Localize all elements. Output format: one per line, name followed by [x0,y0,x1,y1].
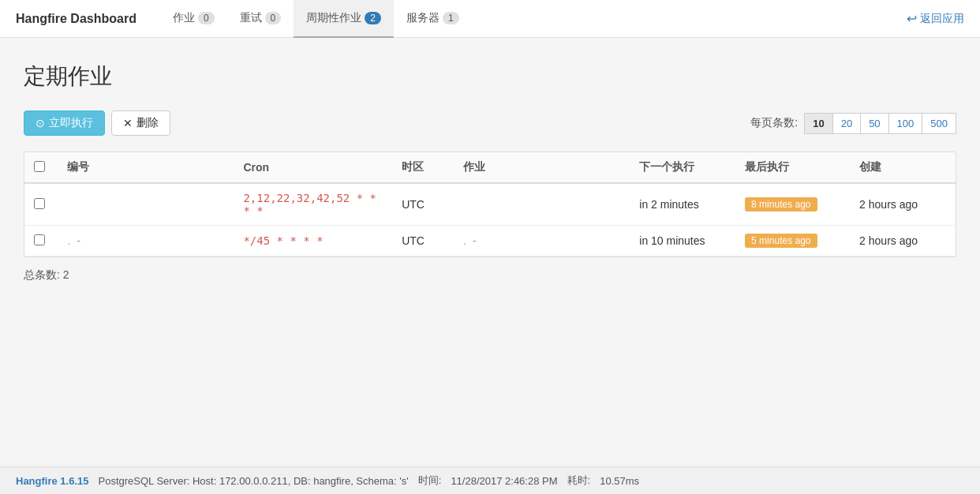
return-label: 返回应用 [920,12,964,26]
total-count: 总条数: 2 [24,268,956,283]
return-icon: ↩ [907,11,917,26]
row-checkbox-1[interactable] [34,234,45,245]
table-header: 编号 Cron 时区 作业 下一个执行 最后执行 创建 [24,152,956,183]
page-title: 定期作业 [24,62,956,92]
jobs-table-wrapper: 编号 Cron 时区 作业 下一个执行 最后执行 创建 2,12,22,32,4… [24,152,956,257]
delete-icon: ✕ [123,117,133,129]
nav-label: 重试 [240,11,262,25]
nav-label: 服务器 [406,11,440,25]
page-size-btn-500[interactable]: 500 [922,113,956,134]
table-row: 2,12,22,32,42,52 * * * * UTC in 2 minute… [24,183,956,226]
cell-cron-1: */45 * * * * [234,226,392,256]
select-all-checkbox[interactable] [34,161,45,172]
cell-tz-0: UTC [392,183,454,226]
page-size-btn-10[interactable]: 10 [804,113,832,134]
cell-id-1: . - [58,226,234,256]
col-header-last: 最后执行 [735,152,850,183]
per-page-label: 每页条数: [750,116,798,130]
nav-badge: 0 [198,12,215,24]
nav-label: 周期性作业 [306,11,361,25]
col-header-id: 编号 [58,152,234,183]
nav-item-服务器[interactable]: 服务器1 [394,0,472,38]
col-header-created: 创建 [850,152,956,183]
return-app-link[interactable]: ↩ 返回应用 [907,11,964,26]
page-size-buttons: 102050100500 [804,113,956,134]
col-header-next: 下一个执行 [630,152,735,183]
cell-cron-0: 2,12,22,32,42,52 * * * * [234,183,392,226]
page-size-btn-50[interactable]: 50 [860,113,888,134]
execute-icon: ⊙ [36,117,45,129]
cell-id-0 [58,183,234,226]
delete-button[interactable]: ✕ 删除 [111,110,170,136]
navbar: Hangfire Dashboard 作业0重试0周期性作业2服务器1 ↩ 返回… [0,0,980,38]
pagination-size: 每页条数: 102050100500 [750,113,956,134]
delete-label: 删除 [137,116,159,130]
toolbar: ⊙ 立即执行 ✕ 删除 每页条数: 102050100500 [24,110,956,136]
col-header-cron: Cron [234,152,392,183]
execute-label: 立即执行 [49,116,93,130]
nav-badge: 0 [265,12,282,24]
table-row: . - */45 * * * * UTC . - in 10 minutes 5… [24,226,956,256]
nav-badge: 1 [443,12,459,24]
nav-label: 作业 [173,11,195,25]
cell-created-1: 2 hours ago [850,226,956,256]
col-header-job: 作业 [454,152,630,183]
cell-tz-1: UTC [392,226,454,256]
nav-item-周期性作业[interactable]: 周期性作业2 [294,0,394,38]
table-body: 2,12,22,32,42,52 * * * * UTC in 2 minute… [24,183,956,256]
cell-job-0 [454,183,630,226]
page-size-btn-20[interactable]: 20 [832,113,860,134]
main-content: 定期作业 ⊙ 立即执行 ✕ 删除 每页条数: 102050100500 编号 [0,38,980,298]
row-checkbox-0[interactable] [34,198,45,209]
cell-job-1: . - [454,226,630,256]
cell-last-0: 8 minutes ago [735,183,850,226]
app-brand: Hangfire Dashboard [16,12,137,26]
nav-item-重试[interactable]: 重试0 [227,0,294,38]
page-size-btn-100[interactable]: 100 [888,113,922,134]
toolbar-left: ⊙ 立即执行 ✕ 删除 [24,110,170,136]
col-header-tz: 时区 [392,152,454,183]
nav-item-作业[interactable]: 作业0 [160,0,227,38]
jobs-table: 编号 Cron 时区 作业 下一个执行 最后执行 创建 2,12,22,32,4… [24,152,956,256]
cell-created-0: 2 hours ago [850,183,956,226]
execute-button[interactable]: ⊙ 立即执行 [24,110,105,136]
nav-badge: 2 [365,12,381,24]
cell-next-0: in 2 minutes [630,183,735,226]
nav-items: 作业0重试0周期性作业2服务器1 [160,0,907,38]
cell-next-1: in 10 minutes [630,226,735,256]
cell-last-1: 5 minutes ago [735,226,850,256]
